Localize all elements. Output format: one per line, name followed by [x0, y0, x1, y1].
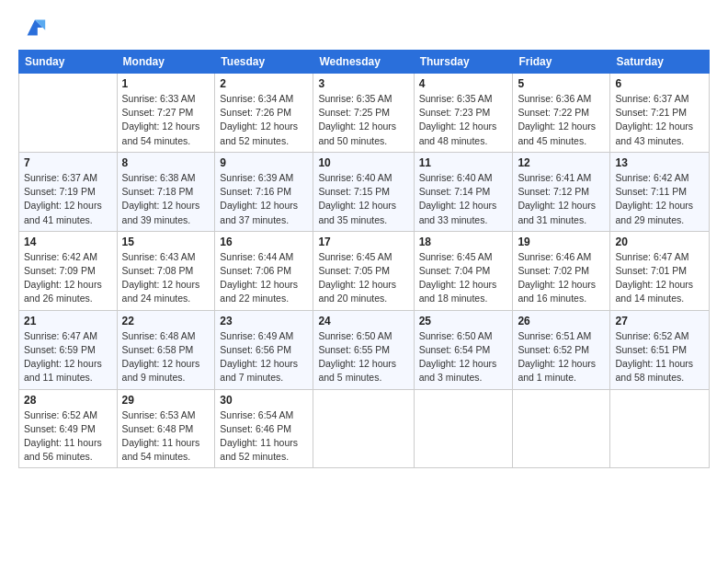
calendar-cell: 26Sunrise: 6:51 AMSunset: 6:52 PMDayligh… — [513, 310, 610, 389]
day-number: 4 — [419, 77, 508, 90]
day-number: 7 — [24, 156, 112, 169]
calendar-cell — [19, 74, 118, 153]
day-number: 10 — [318, 156, 408, 169]
day-info: Sunrise: 6:36 AMSunset: 7:22 PMDaylight:… — [518, 92, 605, 148]
day-number: 14 — [24, 236, 112, 248]
calendar-cell: 22Sunrise: 6:48 AMSunset: 6:58 PMDayligh… — [117, 310, 215, 389]
day-info: Sunrise: 6:41 AMSunset: 7:12 PMDaylight:… — [518, 171, 605, 227]
calendar-cell: 17Sunrise: 6:45 AMSunset: 7:05 PMDayligh… — [313, 231, 414, 310]
day-number: 8 — [122, 156, 210, 169]
day-info: Sunrise: 6:42 AMSunset: 7:09 PMDaylight:… — [24, 250, 112, 306]
day-of-week-tuesday: Tuesday — [215, 51, 313, 74]
day-number: 1 — [122, 77, 210, 90]
calendar-cell: 21Sunrise: 6:47 AMSunset: 6:59 PMDayligh… — [19, 310, 118, 389]
day-number: 16 — [220, 236, 308, 248]
day-info: Sunrise: 6:46 AMSunset: 7:02 PMDaylight:… — [518, 250, 605, 306]
day-info: Sunrise: 6:34 AMSunset: 7:26 PMDaylight:… — [220, 92, 308, 148]
calendar-cell: 3Sunrise: 6:35 AMSunset: 7:25 PMDaylight… — [313, 74, 414, 153]
day-info: Sunrise: 6:53 AMSunset: 6:48 PMDaylight:… — [122, 408, 210, 465]
day-info: Sunrise: 6:37 AMSunset: 7:19 PMDaylight:… — [24, 171, 112, 227]
day-number: 19 — [518, 236, 605, 248]
day-number: 17 — [318, 236, 408, 248]
day-number: 27 — [615, 315, 704, 327]
calendar-cell: 8Sunrise: 6:38 AMSunset: 7:18 PMDaylight… — [117, 152, 215, 231]
calendar-cell: 6Sunrise: 6:37 AMSunset: 7:21 PMDaylight… — [610, 74, 710, 153]
day-number: 20 — [615, 236, 704, 248]
day-number: 30 — [220, 394, 308, 407]
calendar-cell: 10Sunrise: 6:40 AMSunset: 7:15 PMDayligh… — [313, 152, 414, 231]
day-number: 2 — [220, 77, 308, 90]
day-number: 24 — [318, 315, 408, 327]
calendar-cell: 20Sunrise: 6:47 AMSunset: 7:01 PMDayligh… — [610, 231, 710, 310]
day-info: Sunrise: 6:45 AMSunset: 7:04 PMDaylight:… — [419, 250, 508, 306]
day-number: 3 — [318, 77, 408, 90]
calendar-body: 1Sunrise: 6:33 AMSunset: 7:27 PMDaylight… — [19, 74, 710, 468]
day-info: Sunrise: 6:33 AMSunset: 7:27 PMDaylight:… — [122, 92, 210, 148]
day-info: Sunrise: 6:48 AMSunset: 6:58 PMDaylight:… — [122, 329, 210, 385]
calendar-cell: 25Sunrise: 6:50 AMSunset: 6:54 PMDayligh… — [414, 310, 513, 389]
day-number: 26 — [518, 315, 605, 327]
calendar-cell: 14Sunrise: 6:42 AMSunset: 7:09 PMDayligh… — [19, 231, 118, 310]
calendar-cell — [513, 389, 610, 468]
header — [18, 17, 710, 40]
day-info: Sunrise: 6:38 AMSunset: 7:18 PMDaylight:… — [122, 171, 210, 227]
day-info: Sunrise: 6:45 AMSunset: 7:05 PMDaylight:… — [318, 250, 408, 306]
calendar-cell — [313, 389, 414, 468]
week-row-1: 1Sunrise: 6:33 AMSunset: 7:27 PMDaylight… — [19, 74, 710, 153]
day-info: Sunrise: 6:49 AMSunset: 6:56 PMDaylight:… — [220, 329, 308, 385]
day-number: 6 — [615, 77, 704, 90]
calendar-cell: 27Sunrise: 6:52 AMSunset: 6:51 PMDayligh… — [610, 310, 710, 389]
day-number: 11 — [419, 156, 508, 169]
days-of-week-row: SundayMondayTuesdayWednesdayThursdayFrid… — [19, 51, 710, 74]
day-number: 15 — [122, 236, 210, 248]
day-info: Sunrise: 6:44 AMSunset: 7:06 PMDaylight:… — [220, 250, 308, 306]
day-of-week-thursday: Thursday — [414, 51, 513, 74]
calendar-header: SundayMondayTuesdayWednesdayThursdayFrid… — [19, 51, 710, 74]
week-row-3: 14Sunrise: 6:42 AMSunset: 7:09 PMDayligh… — [19, 231, 710, 310]
day-info: Sunrise: 6:50 AMSunset: 6:55 PMDaylight:… — [318, 329, 408, 385]
day-of-week-saturday: Saturday — [610, 51, 710, 74]
logo-icon — [22, 15, 48, 40]
day-info: Sunrise: 6:40 AMSunset: 7:15 PMDaylight:… — [318, 171, 408, 227]
day-info: Sunrise: 6:43 AMSunset: 7:08 PMDaylight:… — [122, 250, 210, 306]
calendar-table: SundayMondayTuesdayWednesdayThursdayFrid… — [18, 50, 710, 468]
day-number: 5 — [518, 77, 605, 90]
calendar-cell: 18Sunrise: 6:45 AMSunset: 7:04 PMDayligh… — [414, 231, 513, 310]
day-number: 22 — [122, 315, 210, 327]
day-number: 18 — [419, 236, 508, 248]
day-info: Sunrise: 6:42 AMSunset: 7:11 PMDaylight:… — [615, 171, 704, 227]
calendar-cell — [414, 389, 513, 468]
day-of-week-sunday: Sunday — [19, 51, 118, 74]
calendar-cell: 13Sunrise: 6:42 AMSunset: 7:11 PMDayligh… — [610, 152, 710, 231]
day-info: Sunrise: 6:52 AMSunset: 6:51 PMDaylight:… — [615, 329, 704, 385]
day-number: 13 — [615, 156, 704, 169]
week-row-4: 21Sunrise: 6:47 AMSunset: 6:59 PMDayligh… — [19, 310, 710, 389]
calendar-cell: 15Sunrise: 6:43 AMSunset: 7:08 PMDayligh… — [117, 231, 215, 310]
day-number: 12 — [518, 156, 605, 169]
day-number: 25 — [419, 315, 508, 327]
day-info: Sunrise: 6:47 AMSunset: 7:01 PMDaylight:… — [615, 250, 704, 306]
calendar-cell: 5Sunrise: 6:36 AMSunset: 7:22 PMDaylight… — [513, 74, 610, 153]
calendar-cell: 2Sunrise: 6:34 AMSunset: 7:26 PMDaylight… — [215, 74, 313, 153]
day-info: Sunrise: 6:39 AMSunset: 7:16 PMDaylight:… — [220, 171, 308, 227]
week-row-5: 28Sunrise: 6:52 AMSunset: 6:49 PMDayligh… — [19, 389, 710, 468]
calendar-cell: 1Sunrise: 6:33 AMSunset: 7:27 PMDaylight… — [117, 74, 215, 153]
day-info: Sunrise: 6:47 AMSunset: 6:59 PMDaylight:… — [24, 329, 112, 385]
day-info: Sunrise: 6:51 AMSunset: 6:52 PMDaylight:… — [518, 329, 605, 385]
day-info: Sunrise: 6:37 AMSunset: 7:21 PMDaylight:… — [615, 92, 704, 148]
day-info: Sunrise: 6:50 AMSunset: 6:54 PMDaylight:… — [419, 329, 508, 385]
calendar-cell: 23Sunrise: 6:49 AMSunset: 6:56 PMDayligh… — [215, 310, 313, 389]
logo — [18, 17, 48, 40]
day-number: 9 — [220, 156, 308, 169]
day-number: 21 — [24, 315, 112, 327]
calendar-cell: 11Sunrise: 6:40 AMSunset: 7:14 PMDayligh… — [414, 152, 513, 231]
day-info: Sunrise: 6:52 AMSunset: 6:49 PMDaylight:… — [24, 408, 112, 465]
calendar-cell: 29Sunrise: 6:53 AMSunset: 6:48 PMDayligh… — [117, 389, 215, 468]
calendar-cell: 7Sunrise: 6:37 AMSunset: 7:19 PMDaylight… — [19, 152, 118, 231]
calendar-cell: 16Sunrise: 6:44 AMSunset: 7:06 PMDayligh… — [215, 231, 313, 310]
day-info: Sunrise: 6:35 AMSunset: 7:25 PMDaylight:… — [318, 92, 408, 148]
day-info: Sunrise: 6:54 AMSunset: 6:46 PMDaylight:… — [220, 408, 308, 465]
calendar-cell: 4Sunrise: 6:35 AMSunset: 7:23 PMDaylight… — [414, 74, 513, 153]
day-number: 29 — [122, 394, 210, 407]
day-info: Sunrise: 6:40 AMSunset: 7:14 PMDaylight:… — [419, 171, 508, 227]
